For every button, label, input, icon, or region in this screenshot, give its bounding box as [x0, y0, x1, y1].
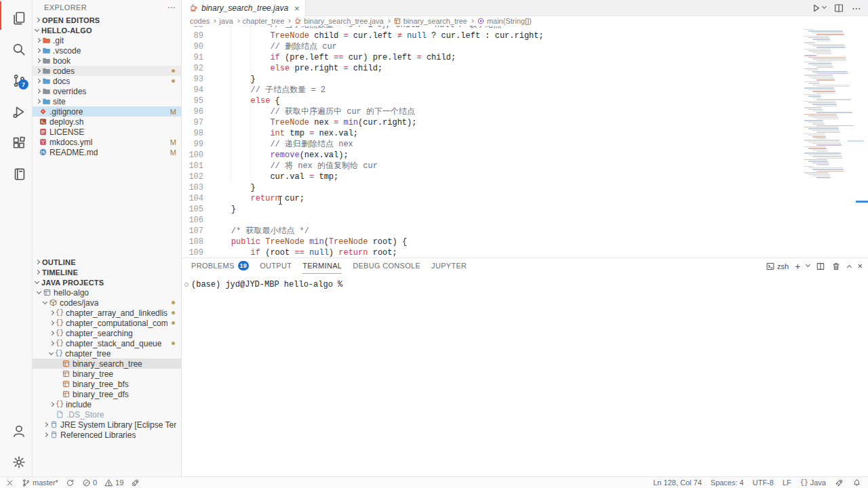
file-row-docs[interactable]: docs [33, 76, 181, 86]
java-tree-item-include[interactable]: {}include [33, 399, 181, 409]
status-java-status-item[interactable] [835, 479, 844, 487]
status-lf[interactable]: LF [783, 479, 791, 487]
code-line-106[interactable]: 106 [182, 215, 800, 226]
status-branch-item[interactable]: master* [22, 479, 58, 487]
java-tree-item-chapter-array-and-linkedlist[interactable]: {}chapter_array_and_linkedlist [33, 308, 181, 318]
open-editors-section[interactable]: OPEN EDITORS [33, 15, 181, 25]
activity-account-icon[interactable] [0, 413, 33, 444]
code-line-105[interactable]: 105 } [182, 204, 800, 215]
status-bell-item[interactable] [852, 479, 861, 487]
activity-settings-gear-icon[interactable] [0, 444, 33, 475]
new-terminal-button[interactable]: + [795, 261, 800, 272]
maximize-panel-icon[interactable] [847, 264, 851, 269]
status-ln-128-col-74[interactable]: Ln 128, Col 74 [653, 479, 702, 487]
activity-extensions-icon[interactable] [0, 125, 33, 156]
activity-source-control-icon[interactable]: 7 [0, 62, 33, 94]
code-line-107[interactable]: 107 /* 获取最小结点 */ [182, 226, 800, 237]
java-tree-item-chapter-stack-and-queue[interactable]: {}chapter_stack_and_queue [33, 338, 181, 348]
code-line-88[interactable]: 88 // 当子结点数量 = 0 / 1 时, child = null / 该… [182, 26, 800, 30]
java-tree-item-binary-search-tree[interactable]: binary_search_tree [33, 359, 181, 369]
code-line-99[interactable]: 99 // 递归删除结点 nex [182, 139, 800, 150]
activity-files-icon[interactable] [0, 0, 33, 31]
activity-search-icon[interactable] [0, 31, 33, 62]
status-warning-item[interactable]: 19 [104, 479, 123, 487]
run-dropdown-icon[interactable] [822, 4, 827, 9]
breadcrumb-chapter-tree[interactable]: chapter_tree [243, 17, 285, 25]
file-row--vscode[interactable]: .vscode [33, 45, 181, 56]
activity-run-debug-icon[interactable] [0, 94, 33, 125]
panel-tab-jupyter[interactable]: JUPYTER [431, 258, 467, 274]
split-terminal-icon[interactable] [816, 262, 825, 271]
run-button[interactable] [810, 3, 826, 14]
code-line-89[interactable]: 89 TreeNode child = cur.left ≠ null ? cu… [182, 30, 800, 41]
code-line-91[interactable]: 91 if (pre.left == cur) pre.left = child… [182, 52, 800, 63]
file-row-mkdocs-yml[interactable]: mkdocs.ymlM [33, 137, 181, 147]
panel-tab-output[interactable]: OUTPUT [260, 258, 292, 274]
java-tree-item-binary-tree-dfs[interactable]: binary_tree_dfs [33, 389, 181, 399]
panel-tab-debug-console[interactable]: DEBUG CONSOLE [353, 258, 420, 274]
minimap[interactable] [803, 29, 857, 185]
run-icon[interactable] [810, 3, 821, 14]
code-line-100[interactable]: 100 remove(nex.val); [182, 150, 800, 161]
file-row-overrides[interactable]: overrides [33, 86, 181, 96]
java-tree-item-codes-java[interactable]: codes/java [33, 298, 181, 308]
breadcrumb-java[interactable]: java [219, 17, 233, 25]
split-editor-icon[interactable] [833, 3, 844, 14]
code-line-98[interactable]: 98 int tmp = nex.val; [182, 128, 800, 139]
java-tree-item-binary-tree-bfs[interactable]: binary_tree_bfs [33, 379, 181, 389]
java-tree-item-referenced-libraries[interactable]: Referenced Libraries [33, 430, 181, 440]
file-row-license[interactable]: LICENSE [33, 127, 181, 137]
timeline-section[interactable]: TIMELINE [33, 267, 181, 277]
file-row-book[interactable]: book [33, 56, 181, 66]
panel-tab-problems[interactable]: PROBLEMS19 [191, 258, 249, 274]
status-remote-item[interactable] [5, 479, 14, 487]
code-editor[interactable]: 88 // 当子结点数量 = 0 / 1 时, child = null / 该… [182, 26, 868, 258]
file-row-codes[interactable]: codes [33, 66, 181, 76]
status-spaces-4[interactable]: Spaces: 4 [711, 479, 744, 487]
breadcrumb-binary-search-tree-java[interactable]: binary_search_tree.java [294, 17, 383, 25]
code-line-92[interactable]: 92 else pre.right = child; [182, 63, 800, 74]
terminal-dropdown-icon[interactable] [806, 264, 810, 268]
code-line-94[interactable]: 94 // 子结点数量 = 2 [182, 85, 800, 96]
code-line-101[interactable]: 101 // 将 nex 的值复制给 cur [182, 161, 800, 171]
code-line-104[interactable]: 104 return cur; [182, 193, 800, 204]
file-row-site[interactable]: site [33, 96, 181, 106]
java-projects-section[interactable]: JAVA PROJECTS [33, 277, 181, 287]
java-tree-item-chapter-computational-complexity[interactable]: {}chapter_computational_complexity [33, 318, 181, 328]
status-sync-item[interactable] [66, 479, 75, 487]
more-actions-icon[interactable]: ⋯ [167, 3, 176, 12]
code-line-108[interactable]: 108 public TreeNode min(TreeNode root) { [182, 237, 800, 247]
file-row--git[interactable]: .git [33, 35, 181, 45]
breadcrumb-binary-search-tree[interactable]: binary_search_tree [393, 17, 467, 25]
status-utf-8[interactable]: UTF-8 [753, 479, 774, 487]
code-line-90[interactable]: 90 // 删除结点 cur [182, 41, 800, 52]
close-panel-icon[interactable]: × [857, 261, 863, 271]
code-line-93[interactable]: 93 } [182, 74, 800, 85]
java-tree-item-hello-algo[interactable]: hello-algo [33, 287, 181, 298]
java-tree-item-binary-tree[interactable]: binary_tree [33, 369, 181, 379]
breadcrumb-codes[interactable]: codes [190, 17, 210, 25]
close-icon[interactable]: × [294, 3, 300, 14]
activity-notebook-icon[interactable] [0, 156, 33, 187]
terminal-shell-item[interactable]: zsh [766, 262, 789, 271]
tab-binary-search-tree[interactable]: binary_search_tree.java × [182, 0, 306, 16]
status-error-item[interactable]: 0 [82, 479, 97, 487]
code-line-95[interactable]: 95 else { [182, 96, 800, 106]
java-tree-item--ds-store[interactable]: .DS_Store [33, 409, 181, 420]
java-tree-item-jre-system-library-eclipse-temurin-17-17-[interactable]: JRE System Library [Eclipse Temurin 17 [… [33, 420, 181, 430]
file-row-deploy-sh[interactable]: deploy.sh [33, 117, 181, 127]
status-rocket-item[interactable] [131, 479, 140, 487]
status-braces-item[interactable]: {}Java [800, 479, 826, 487]
code-line-102[interactable]: 102 cur.val = tmp; [182, 171, 800, 182]
code-line-97[interactable]: 97 TreeNode nex = min(cur.right); [182, 117, 800, 128]
outline-section[interactable]: OUTLINE [33, 257, 181, 267]
java-tree-item-chapter-tree[interactable]: {}chapter_tree [33, 348, 181, 359]
file-row--gitignore[interactable]: .gitignoreM [33, 106, 181, 117]
java-tree-item-chapter-searching[interactable]: {}chapter_searching [33, 328, 181, 338]
breadcrumb-main-string-[interactable]: main(String[]) [477, 17, 532, 25]
more-actions-icon[interactable]: ⋯ [852, 3, 861, 14]
code-line-96[interactable]: 96 // 获取中序遍历中 cur 的下一个结点 [182, 106, 800, 117]
code-line-103[interactable]: 103 } [182, 182, 800, 193]
code-line-109[interactable]: 109 if (root == null) return root; [182, 247, 800, 258]
panel-tab-terminal[interactable]: TERMINAL [302, 258, 342, 274]
